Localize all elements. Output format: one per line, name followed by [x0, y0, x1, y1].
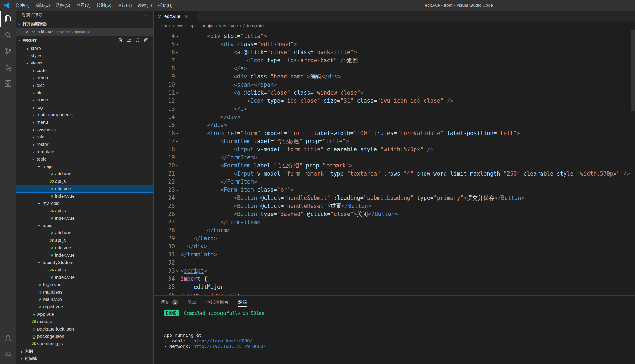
tree-item-menu[interactable]: ›menu — [16, 119, 153, 126]
code-line[interactable]: 32 — [154, 259, 635, 267]
tree-item-role[interactable]: ›role — [16, 133, 153, 141]
menu-item[interactable]: 运行(R) — [114, 0, 135, 11]
fold-chevron-icon[interactable]: › — [175, 32, 180, 40]
tree-item-edit.vue[interactable]: Vedit.vue — [16, 244, 153, 252]
tree-item-main-components[interactable]: ›main-components — [16, 111, 153, 119]
tree-item-code[interactable]: ›code — [16, 67, 153, 74]
panel-tab-output[interactable]: 输出 — [188, 296, 197, 309]
chevron-right-icon[interactable]: › — [30, 149, 37, 154]
code-line[interactable]: 23› <Form-item class="br"> — [154, 186, 635, 194]
code-line[interactable]: 9 <div class="head-name">编辑</div> — [154, 73, 635, 81]
breadcrumb-topic[interactable]: topic — [189, 23, 198, 28]
tree-item-add.vue[interactable]: Vadd.vue — [16, 229, 153, 237]
code-line[interactable]: 5› <div class="edit-head"> — [154, 40, 635, 48]
tree-item-vue.config.js[interactable]: JSvue.config.js — [16, 340, 153, 348]
tree-item-api.js[interactable]: JSapi.js — [16, 237, 153, 244]
chevron-down-icon[interactable]: › — [36, 164, 43, 169]
code-line[interactable]: 15 </div> — [154, 121, 635, 129]
tree-item-log[interactable]: ›log — [16, 104, 153, 111]
terminal-link[interactable]: http://192.168.125.29:8080/ — [193, 344, 266, 349]
tree-item-regist.vue[interactable]: Vregist.vue — [16, 303, 153, 311]
explorer-icon[interactable] — [0, 11, 16, 27]
tree-item-main.less[interactable]: {}main.less — [16, 289, 153, 296]
close-icon[interactable]: × — [24, 29, 30, 35]
fold-chevron-icon[interactable]: › — [175, 186, 180, 194]
tree-item-package.json[interactable]: {}package.json — [16, 333, 153, 340]
tree-item-Main.vue[interactable]: VMain.vue — [16, 296, 153, 303]
fold-chevron-icon[interactable]: › — [175, 48, 180, 56]
code-line[interactable]: 33›<script> — [154, 267, 635, 275]
code-line[interactable]: 21 <Input v-model="form.remark" type="te… — [154, 170, 635, 178]
tree-item-topic[interactable]: ›topic — [16, 222, 153, 229]
panel-tab-debug-console[interactable]: 调试控制台 — [206, 296, 229, 309]
chevron-down-icon[interactable]: › — [36, 260, 43, 265]
tree-item-index.vue[interactable]: Vindex.vue — [16, 252, 153, 259]
code-line[interactable]: 20› <FormItem label="专业介绍" prop="remark"… — [154, 162, 635, 170]
code-line[interactable]: 11› <a @click="close" class="window-clos… — [154, 89, 635, 97]
chevron-right-icon[interactable]: › — [30, 120, 37, 125]
sidebar-section-时间线[interactable]: ›时间线 — [16, 355, 153, 362]
code-line[interactable]: 30 </div> — [154, 242, 635, 250]
tree-item-index.vue[interactable]: Vindex.vue — [16, 193, 153, 200]
close-icon[interactable]: × — [185, 13, 188, 19]
tree-item-package-lock.json[interactable]: {}package-lock.json — [16, 325, 153, 333]
menu-item[interactable]: 转到(G) — [93, 0, 114, 11]
chevron-right-icon[interactable]: › — [30, 75, 37, 81]
tree-item-login.vue[interactable]: Vlogin.vue — [16, 281, 153, 289]
collapse-all-icon[interactable] — [144, 38, 149, 43]
menu-item[interactable]: 终端(T) — [135, 0, 155, 11]
more-actions-icon[interactable]: … — [141, 11, 146, 18]
code-line[interactable]: 10 <span></span> — [154, 81, 635, 89]
source-control-icon[interactable] — [0, 43, 16, 59]
tree-item-views[interactable]: ›views — [16, 60, 153, 67]
chevron-right-icon[interactable]: › — [30, 90, 37, 95]
refresh-icon[interactable] — [135, 38, 140, 43]
code-line[interactable]: 6› <a @click="close" class="back-title"> — [154, 48, 635, 56]
breadcrumb-views[interactable]: views — [172, 23, 183, 28]
chevron-down-icon[interactable]: › — [36, 201, 43, 206]
tree-item-store[interactable]: ›store — [16, 45, 153, 52]
fold-chevron-icon[interactable]: › — [175, 89, 180, 97]
fold-chevron-icon[interactable]: › — [175, 162, 180, 170]
tree-item-topic[interactable]: ›topic — [16, 156, 153, 163]
code-line[interactable]: 19 </FormItem> — [154, 153, 635, 162]
fold-chevron-icon[interactable]: › — [175, 40, 180, 48]
settings-gear-icon[interactable] — [0, 346, 16, 362]
new-folder-icon[interactable] — [127, 38, 131, 43]
chevron-down-icon[interactable]: › — [24, 61, 31, 66]
menu-item[interactable]: 编辑(E) — [32, 0, 53, 11]
chevron-right-icon[interactable]: › — [30, 98, 37, 103]
code-line[interactable]: 16› <Form ref="form" :model="form" :labe… — [154, 129, 635, 137]
tree-item-index.vue[interactable]: Vindex.vue — [16, 215, 153, 222]
chevron-right-icon[interactable]: › — [30, 135, 37, 140]
terminal-output[interactable]: DONE Compiled successfully in 581msApp r… — [164, 311, 266, 349]
code-line[interactable]: 18 <Input v-model="form.title" clearable… — [154, 145, 635, 153]
code-line[interactable]: 36} from "./api.js"; — [154, 291, 635, 295]
code-line[interactable]: 34import { — [154, 275, 635, 283]
chevron-down-icon[interactable]: › — [30, 157, 37, 162]
tree-item-file[interactable]: ›file — [16, 89, 153, 96]
open-editor-item[interactable]: × V edit.vue src\views\topic\major — [16, 28, 153, 36]
menu-item[interactable]: 文件(F) — [12, 0, 32, 11]
tree-item-api.js[interactable]: JSapi.js — [16, 178, 153, 185]
code-line[interactable]: 24 <Button @click="handleSubmit" :loadin… — [154, 194, 635, 202]
breadcrumb-src[interactable]: src — [161, 23, 167, 28]
breadcrumb-edit-vue[interactable]: V edit.vue — [219, 23, 238, 28]
tree-item-api.js[interactable]: JSapi.js — [16, 266, 153, 274]
tree-item-edit.vue[interactable]: Vedit.vue — [16, 185, 153, 192]
tree-item-api.js[interactable]: JSapi.js — [16, 207, 153, 215]
terminal-link[interactable]: http://localhost:8080/ — [193, 338, 252, 344]
tree-item-password[interactable]: ›password — [16, 126, 153, 133]
chevron-right-icon[interactable]: › — [30, 83, 37, 88]
breadcrumb-major[interactable]: major — [203, 23, 214, 28]
code-line[interactable]: 31</template> — [154, 250, 635, 259]
tree-item-home[interactable]: ›home — [16, 97, 153, 104]
chevron-right-icon[interactable]: › — [30, 105, 37, 110]
tree-item-topicByStudent[interactable]: ›topicByStudent — [16, 259, 153, 266]
tree-item-dict[interactable]: ›dict — [16, 82, 153, 89]
code-editor[interactable]: 3 card">4› <div slot="title">5› <div cla… — [154, 30, 635, 295]
editor-scrollbar[interactable] — [631, 30, 635, 111]
new-file-icon[interactable] — [118, 38, 123, 43]
tree-item-myTopic[interactable]: ›myTopic — [16, 200, 153, 207]
chevron-right-icon[interactable]: › — [30, 112, 37, 118]
